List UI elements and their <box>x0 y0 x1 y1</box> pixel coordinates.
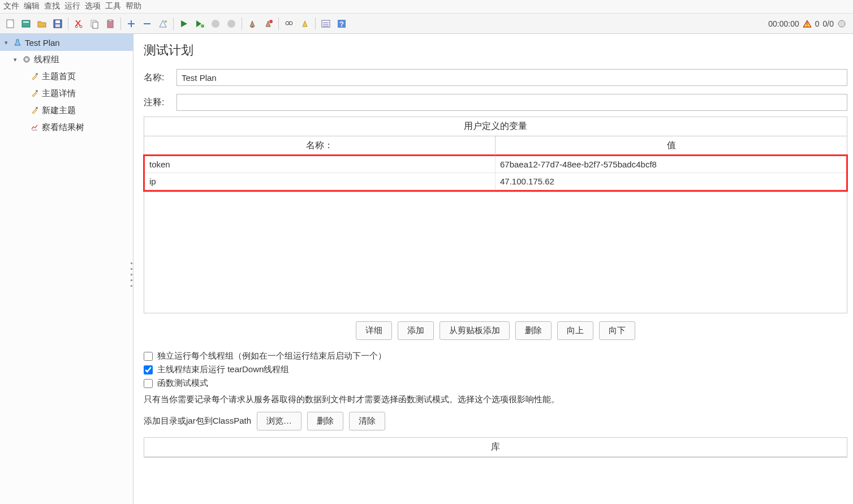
copy-icon[interactable] <box>88 17 101 31</box>
vars-cell-name[interactable]: ip <box>145 173 496 190</box>
svg-rect-22 <box>251 27 253 28</box>
checkbox-label: 函数测试模式 <box>157 378 208 389</box>
tree-label: 察看结果树 <box>42 122 84 133</box>
tree-toggle-icon[interactable]: ▾ <box>2 39 10 46</box>
svg-point-39 <box>36 90 38 92</box>
comment-input[interactable] <box>176 94 847 111</box>
function-helper-icon[interactable] <box>319 17 333 31</box>
collapse-icon[interactable] <box>140 17 154 31</box>
tree-label: 新建主题 <box>42 105 76 116</box>
name-label: 名称: <box>144 72 176 84</box>
vars-row[interactable]: token 67baea12-77d7-48ee-b2f7-575badc4bc… <box>145 156 846 173</box>
vars-col-name[interactable]: 名称： <box>144 136 496 155</box>
toolbar: ? 00:00:00 ! 0 0/0 <box>0 14 853 34</box>
up-button[interactable]: 向上 <box>557 321 593 340</box>
start-icon[interactable] <box>177 17 191 31</box>
down-button[interactable]: 向下 <box>599 321 635 340</box>
status-warnings: 0 <box>815 19 820 28</box>
templates-icon[interactable] <box>19 17 33 31</box>
vars-header: 名称： 值 <box>144 136 847 156</box>
tree-label: 主题详情 <box>42 88 76 99</box>
vars-cell-name[interactable]: token <box>145 156 496 173</box>
annotation-highlight: token 67baea12-77d7-48ee-b2f7-575badc4bc… <box>143 154 848 192</box>
tree-sampler-detail[interactable]: 主题详情 <box>0 85 133 102</box>
svg-point-25 <box>289 21 292 25</box>
svg-point-38 <box>36 73 38 75</box>
tree-toggle-icon[interactable]: ▾ <box>11 56 19 63</box>
menu-file[interactable]: 文件 <box>3 1 19 12</box>
start-no-pause-icon[interactable] <box>193 17 206 31</box>
menu-run[interactable]: 运行 <box>64 1 80 12</box>
menu-bar: 文件 编辑 查找 运行 选项 工具 帮助 <box>0 0 853 14</box>
svg-rect-5 <box>55 24 60 27</box>
name-input[interactable] <box>176 69 847 86</box>
clear-all-icon[interactable] <box>261 17 275 31</box>
shutdown-icon[interactable] <box>225 17 238 31</box>
svg-marker-18 <box>196 20 201 27</box>
paste-icon[interactable] <box>104 17 117 31</box>
open-icon[interactable] <box>35 17 49 31</box>
cut-icon[interactable] <box>72 17 85 31</box>
menu-tools[interactable]: 工具 <box>105 1 121 12</box>
add-from-clipboard-button[interactable]: 从剪贴板添加 <box>440 321 510 340</box>
tree-threadgroup[interactable]: ▾ 线程组 <box>0 51 133 68</box>
vars-cell-value[interactable]: 47.100.175.62 <box>496 173 846 190</box>
checkbox-independent[interactable]: 独立运行每个线程组（例如在一个组运行结束后启动下一个） <box>144 351 847 361</box>
vars-row[interactable]: ip 47.100.175.62 <box>145 173 846 190</box>
add-button[interactable]: 添加 <box>398 321 434 340</box>
classpath-clear-button[interactable]: 清除 <box>349 412 385 430</box>
expand-icon[interactable] <box>124 17 138 31</box>
checkbox-teardown[interactable]: 主线程结束后运行 tearDown线程组 <box>144 364 847 375</box>
svg-point-7 <box>80 25 82 28</box>
checkbox-label: 独立运行每个线程组（例如在一个组运行结束后启动下一个） <box>157 351 386 361</box>
vars-cell-value[interactable]: 67baea12-77d7-48ee-b2f7-575badc4bcf8 <box>496 156 846 173</box>
checkbox-input[interactable] <box>144 379 153 388</box>
checkbox-funcmode[interactable]: 函数测试模式 <box>144 378 847 389</box>
detail-button[interactable]: 详细 <box>356 321 392 340</box>
tree-label: 主题首页 <box>42 71 76 82</box>
status-progress: 0/0 <box>823 19 834 28</box>
help-icon[interactable]: ? <box>335 17 348 31</box>
svg-point-37 <box>25 58 28 61</box>
svg-point-16 <box>165 20 167 23</box>
checkbox-input[interactable] <box>144 365 153 374</box>
tree-results-tree[interactable]: 察看结果树 <box>0 119 133 136</box>
svg-text:!: ! <box>806 21 808 28</box>
splitter-handle[interactable] <box>129 260 133 288</box>
menu-search[interactable]: 查找 <box>44 1 60 12</box>
svg-point-19 <box>201 24 204 28</box>
menu-help[interactable]: 帮助 <box>126 1 141 12</box>
reset-search-icon[interactable] <box>298 17 312 31</box>
clear-icon[interactable] <box>245 17 259 31</box>
new-file-icon[interactable] <box>3 17 17 31</box>
classpath-delete-button[interactable]: 删除 <box>307 412 343 430</box>
name-row: 名称: <box>144 67 847 88</box>
browse-button[interactable]: 浏览… <box>257 412 301 430</box>
toggle-icon[interactable] <box>156 17 170 31</box>
tree-label: Test Plan <box>25 38 60 48</box>
checkbox-label: 主线程结束后运行 tearDown线程组 <box>157 364 289 375</box>
tree-test-plan[interactable]: ▾ Test Plan <box>0 34 133 51</box>
warning-icon: ! <box>803 19 812 28</box>
svg-rect-9 <box>93 22 98 28</box>
delete-button[interactable]: 删除 <box>515 321 552 340</box>
svg-point-35 <box>838 20 845 27</box>
tree-sampler-home[interactable]: 主题首页 <box>0 68 133 85</box>
search-icon[interactable] <box>282 17 296 31</box>
save-icon[interactable] <box>51 17 64 31</box>
status-area: 00:00:00 ! 0 0/0 <box>768 19 851 28</box>
svg-point-40 <box>36 107 38 109</box>
svg-point-21 <box>227 20 235 28</box>
classpath-row: 添加目录或jar包到ClassPath 浏览… 删除 清除 <box>144 412 847 430</box>
vars-col-value[interactable]: 值 <box>496 136 847 155</box>
menu-edit[interactable]: 编辑 <box>24 1 40 12</box>
comment-row: 注释: <box>144 92 847 113</box>
tree-sampler-new[interactable]: 新建主题 <box>0 102 133 119</box>
svg-rect-1 <box>22 20 30 27</box>
checkbox-input[interactable] <box>144 352 153 361</box>
svg-rect-4 <box>55 20 60 23</box>
menu-options[interactable]: 选项 <box>85 1 101 12</box>
stop-icon[interactable] <box>209 17 222 31</box>
tree-label: 线程组 <box>34 54 59 65</box>
svg-text:?: ? <box>339 20 344 28</box>
